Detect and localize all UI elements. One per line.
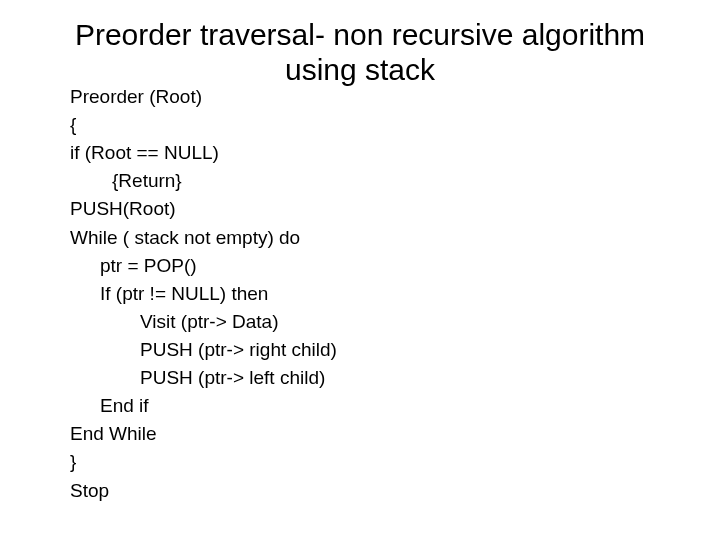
code-line: Preorder (Root) xyxy=(70,83,680,111)
code-line: } xyxy=(70,448,680,476)
code-line: PUSH (ptr-> right child) xyxy=(70,336,680,364)
pseudocode-block: Preorder (Root) { if (Root == NULL) {Ret… xyxy=(40,83,680,505)
code-line: While ( stack not empty) do xyxy=(70,224,680,252)
code-line: PUSH(Root) xyxy=(70,195,680,223)
code-line: PUSH (ptr-> left child) xyxy=(70,364,680,392)
code-line: Visit (ptr-> Data) xyxy=(70,308,680,336)
code-line: ptr = POP() xyxy=(70,252,680,280)
code-line: { xyxy=(70,111,680,139)
code-line: if (Root == NULL) xyxy=(70,139,680,167)
page-title: Preorder traversal- non recursive algori… xyxy=(40,18,680,87)
code-line: Stop xyxy=(70,477,680,505)
code-line: End if xyxy=(70,392,680,420)
code-line: If (ptr != NULL) then xyxy=(70,280,680,308)
code-line: {Return} xyxy=(70,167,680,195)
code-line: End While xyxy=(70,420,680,448)
